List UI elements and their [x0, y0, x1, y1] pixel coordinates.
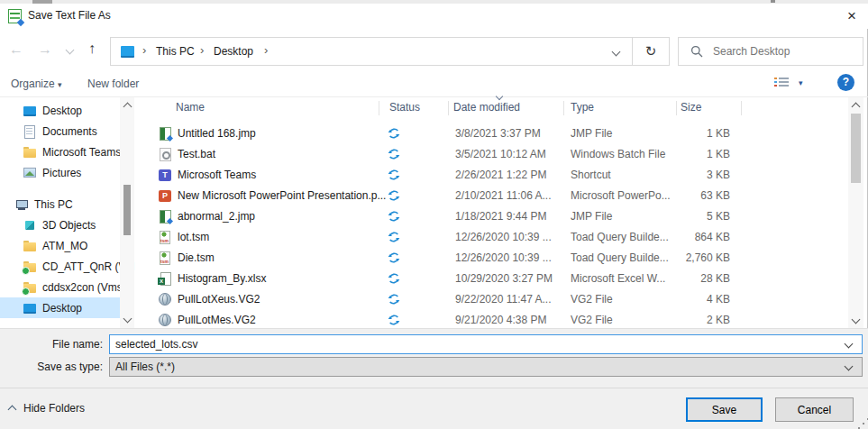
sidebar-item-this-pc[interactable]: This PC	[0, 194, 120, 214]
file-name-text: Untitled 168.jmp	[178, 127, 256, 140]
sidebar-item-cddsx2con-vmsp[interactable]: cddsx2con (Vmsp	[0, 277, 120, 297]
tsm-file-icon	[158, 251, 172, 265]
bottom-bar: Hide Folders Save Cancel	[0, 388, 868, 429]
save-text-file-icon	[8, 9, 22, 23]
save-button[interactable]: Save	[686, 397, 763, 422]
sidebar-item-label: Desktop	[42, 302, 82, 315]
file-name-text: Microsoft Teams	[178, 169, 256, 181]
documents-icon	[23, 124, 37, 139]
breadcrumb-this-pc[interactable]: This PC	[156, 45, 195, 58]
sidebar-item-desktop[interactable]: Desktop	[0, 297, 120, 318]
column-divider[interactable]	[379, 101, 379, 115]
file-row-pulllotxeus-vg2[interactable]: PullLotXeus.VG2 9/22/2020 11:47 A...VG2 …	[142, 289, 847, 310]
file-list-scrollbar[interactable]	[848, 97, 863, 328]
file-row-microsoft-teams[interactable]: Microsoft Teams 2/26/2021 1:22 PMShortcu…	[142, 165, 847, 186]
sidebar-item-label: Desktop	[42, 105, 82, 117]
scroll-up-icon[interactable]	[852, 103, 861, 112]
file-type: JMP File	[571, 127, 612, 140]
file-type: JMP File	[571, 210, 612, 223]
file-size: 1 KB	[645, 127, 730, 140]
file-size: 5 KB	[645, 210, 730, 223]
help-icon[interactable]: ?	[837, 74, 854, 91]
file-row-test-bat[interactable]: Test.bat 3/5/2021 10:12 AMWindows Batch …	[142, 144, 847, 165]
breadcrumb-separator[interactable]: ›	[200, 43, 204, 57]
file-status	[388, 210, 400, 225]
column-divider[interactable]	[741, 101, 742, 115]
sidebar-item-3d-objects[interactable]: 3D Objects	[0, 214, 120, 235]
hide-folders-chevron-icon[interactable]	[8, 406, 17, 415]
sync-status-icon	[388, 127, 400, 140]
up-icon[interactable]: ↑	[88, 41, 96, 56]
file-size: 3 KB	[645, 169, 730, 181]
teams-file-icon	[158, 168, 172, 182]
breadcrumb-separator[interactable]: ›	[264, 43, 268, 57]
sidebar-item-label: Pictures	[42, 167, 81, 179]
search-input[interactable]	[711, 40, 857, 63]
new-folder-button[interactable]: New folder	[87, 78, 139, 90]
file-status	[388, 314, 400, 329]
sidebar-item-label: ATM_MO	[42, 240, 87, 252]
scroll-down-icon[interactable]	[123, 315, 132, 324]
cube-icon	[23, 218, 37, 233]
sidebar-item-pictures[interactable]: Pictures	[0, 162, 120, 183]
file-size: 28 KB	[645, 272, 730, 285]
resize-grip[interactable]	[863, 423, 864, 424]
column-header-name[interactable]: Name	[176, 101, 205, 114]
back-icon[interactable]: ←	[9, 42, 23, 57]
scroll-down-icon[interactable]	[852, 315, 861, 324]
search-box[interactable]	[678, 37, 863, 66]
file-row-untitled-168-jmp[interactable]: Untitled 168.jmp 3/8/2021 3:37 PMJMP Fil…	[142, 123, 847, 144]
organize-button[interactable]: Organize ▾	[11, 78, 62, 90]
column-header-type[interactable]: Type	[571, 101, 594, 114]
file-row-lot-tsm[interactable]: lot.tsm 12/26/2020 10:39 ...Toad Query B…	[142, 227, 847, 248]
file-name-label: File name:	[0, 338, 103, 351]
column-divider[interactable]	[563, 101, 564, 115]
sidebar-item-label: Microsoft Teams	[42, 146, 121, 159]
footer-panel: File name: Save as type: All Files (*.*)	[0, 328, 868, 388]
close-icon[interactable]: ×	[836, 4, 868, 29]
file-row-new-microsoft-powerpoint-presentation-p[interactable]: New Microsoft PowerPoint Presentation.p.…	[142, 186, 847, 206]
file-name-text: abnormal_2.jmp	[178, 210, 255, 223]
forward-icon[interactable]: →	[38, 42, 52, 57]
address-bar[interactable]: › This PC › Desktop ›	[110, 37, 635, 66]
sidebar-item-desktop[interactable]: Desktop	[0, 100, 120, 121]
file-name-text: Histogram_By.xlsx	[178, 272, 266, 285]
sidebar-item-microsoft-teams[interactable]: Microsoft Teams	[0, 141, 120, 162]
tsm-file-icon	[158, 230, 172, 244]
views-caret-icon[interactable]: ▾	[799, 78, 803, 87]
sidebar-item-cd-att-qnr-vm[interactable]: CD_ATT_QnR (VM	[0, 256, 120, 277]
netfolder-icon	[23, 260, 37, 274]
cancel-button[interactable]: Cancel	[775, 397, 854, 422]
file-name-input[interactable]	[109, 334, 863, 354]
file-row-abnormal-2-jmp[interactable]: abnormal_2.jmp 1/18/2021 9:44 PMJMP File…	[142, 206, 847, 227]
file-size: 1 KB	[645, 148, 730, 160]
save-as-type-select[interactable]: All Files (*.*)	[109, 357, 863, 377]
file-date-modified: 2/10/2021 11:06 A...	[455, 189, 552, 202]
address-dropdown-chevron-icon[interactable]	[612, 48, 621, 57]
column-divider[interactable]	[448, 101, 449, 115]
column-header-size[interactable]: Size	[681, 101, 701, 114]
recent-locations-chevron-icon[interactable]	[66, 46, 75, 55]
file-row-die-tsm[interactable]: Die.tsm 12/26/2020 10:39 ...Toad Query B…	[142, 248, 847, 269]
breadcrumb-desktop[interactable]: Desktop	[214, 45, 253, 58]
sidebar-scrollbar[interactable]	[120, 97, 134, 328]
refresh-button[interactable]: ↻	[632, 37, 670, 66]
vg2-file-icon	[158, 313, 172, 327]
window-title: Save Text File As	[28, 9, 111, 22]
hide-folders-button[interactable]: Hide Folders	[23, 402, 85, 415]
sidebar-item-atm-mo[interactable]: ATM_MO	[0, 235, 120, 256]
jmp-file-icon	[158, 126, 172, 141]
column-divider[interactable]	[676, 101, 677, 115]
column-header-date-modified[interactable]: Date modified	[453, 101, 520, 114]
views-icon[interactable]	[774, 78, 789, 88]
scroll-up-icon[interactable]	[123, 103, 132, 112]
scrollbar-thumb[interactable]	[123, 185, 131, 235]
file-name-text: Test.bat	[178, 148, 215, 160]
column-header-status[interactable]: Status	[389, 101, 420, 114]
scrollbar-thumb[interactable]	[851, 114, 861, 183]
sidebar-item-documents[interactable]: Documents	[0, 121, 120, 141]
file-row-histogram-by-xlsx[interactable]: Histogram_By.xlsx 10/29/2020 3:27 PMMicr…	[142, 269, 847, 289]
breadcrumb-separator: ›	[142, 43, 146, 57]
sync-status-icon	[388, 293, 400, 306]
vg2-file-icon	[158, 292, 172, 306]
